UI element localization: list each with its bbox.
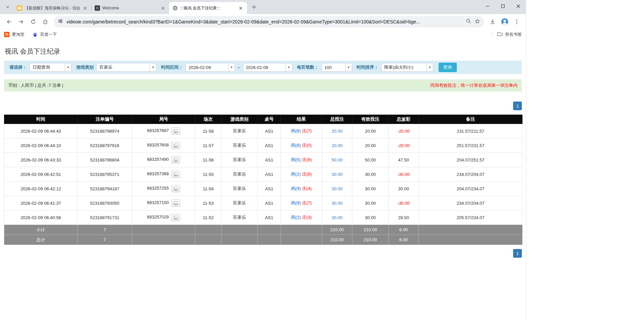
forward-button[interactable] [15,16,27,27]
cell-total-bet: 20.00 [322,124,352,138]
per-page-select[interactable]: 100 ▼ [321,63,352,72]
download-icon[interactable] [487,16,498,27]
tab-close-icon[interactable] [82,5,88,11]
roadmap-button[interactable] [171,185,180,192]
subtotal-count: 7 [78,225,132,235]
table-body: 2026-02-09 06:44:43 523188798974 6832576… [4,124,523,225]
tab-close-icon[interactable] [160,5,166,11]
bookmark-label: 百度一下 [40,32,57,38]
sort-select[interactable]: 降幂(由大到小) ▼ [381,63,433,72]
tab-close-icon[interactable] [238,5,244,11]
cell-bet-id: 523188793050 [78,196,132,210]
cell-time: 2026-02-09 06:42:51 [4,167,78,182]
page-button-1[interactable]: 1 [513,102,522,110]
cell-result: 闲(8)庄(0) [281,138,322,153]
chevron-down-icon[interactable]: ▼ [345,63,352,71]
result-player: 闲(2) [291,215,301,220]
cell-session: 11-55 [195,167,221,182]
navigation-bar: videoie.com/game/betrecord_search/kind3?… [0,14,526,29]
url-bar[interactable]: videoie.com/game/betrecord_search/kind3?… [54,16,484,27]
cell-table: AS1 [258,210,281,225]
col-header-5: 桌号 [258,115,281,124]
home-button[interactable] [40,16,51,27]
round-number: 683257608 [147,142,169,147]
cell-game: 百家乐 [221,182,258,196]
roadmap-button[interactable] [171,142,180,149]
roadmap-button[interactable] [171,127,180,135]
url-text[interactable]: videoie.com/game/betrecord_search/kind3?… [66,19,462,24]
roadmap-button[interactable] [171,156,180,164]
new-tab-button[interactable] [250,3,258,11]
game-type-select[interactable]: 百家乐 ▼ [96,63,156,72]
close-button[interactable] [510,0,526,12]
subtotal-label: 小计 [4,225,78,235]
site-info-tune-icon[interactable] [58,18,63,25]
col-header-7: 总投注 [322,115,352,124]
cell-bet-id: 523188791731 [78,210,132,225]
cell-time: 2026-02-09 06:43:33 [4,153,78,167]
zoom-magnifier-icon[interactable] [466,18,471,25]
total-bet-link[interactable]: 30.00 [332,215,343,220]
tab-welcome[interactable]: Welcome [91,2,169,14]
bookmarks-bar: 淘 爱淘宝 百度一下 所有书签 [0,29,526,40]
round-number: 683257490 [147,157,169,162]
cell-table: AS1 [258,153,281,167]
roadmap-button[interactable] [171,171,180,178]
total-valid-bet: 210.00 [352,235,389,245]
chevron-down-icon[interactable]: ▼ [228,63,235,71]
tab-forum[interactable]: 【新提醒】海燕策略论坛 - 综合... [13,2,91,14]
bookmark-aitaobao[interactable]: 淘 爱淘宝 [4,32,24,38]
total-bet-link[interactable]: 20.00 [332,129,343,134]
chevron-down-icon[interactable]: ▼ [427,63,433,71]
all-bookmarks-button[interactable]: 所有书签 [497,31,522,38]
roadmap-button[interactable] [171,214,180,221]
total-bet-link[interactable]: 30.00 [332,201,343,206]
tab-title: :::视讯 会员下注纪录::: [180,5,236,11]
chevron-down-icon[interactable]: ▼ [150,63,156,71]
subtotal-total-bet: 210.00 [322,225,352,235]
tab-search-chevron-icon[interactable] [3,3,12,11]
cell-round: 683257368 [132,167,195,182]
chevron-down-icon[interactable]: ▼ [286,63,292,71]
window-controls [480,0,526,12]
page-button-1[interactable]: 1 [513,249,522,258]
total-bet-link[interactable]: 50.00 [332,157,343,163]
cell-round: 683257150 [132,196,195,210]
cell-valid-bet: 30.00 [352,182,389,196]
table-row: 2026-02-09 06:40:56 523188791731 6832570… [4,210,523,225]
cell-round: 683257490 [132,153,195,167]
tab-bet-records[interactable]: :::视讯 会员下注纪录::: [169,2,247,14]
cell-total-bet: 50.00 [322,153,352,167]
roadmap-button[interactable] [171,199,180,207]
table-row: 2026-02-09 06:44:10 523188797916 6832576… [4,138,523,153]
date-start-select[interactable]: 2026-02-09 ▼ [186,63,235,72]
menu-three-dots-icon[interactable] [511,16,523,27]
sort-label: 时间排序： [357,64,379,70]
bookmark-baidu[interactable]: 百度一下 [33,32,57,38]
total-bet-link[interactable]: 20.00 [332,143,343,148]
total-bet-link[interactable]: 30.00 [332,172,343,177]
select-type-label: 请选择： [9,64,27,70]
per-page-label: 每页笔数： [297,64,319,70]
query-type-select[interactable]: 日期查询 ▼ [30,63,71,72]
profile-avatar[interactable] [499,16,510,27]
date-end-select[interactable]: 2026-02-09 ▼ [243,63,292,72]
cell-total-bet: 30.00 [322,182,352,196]
reload-button[interactable] [28,16,39,27]
all-bookmarks-label: 所有书签 [505,32,522,38]
cell-session: 11-57 [195,138,221,153]
bookmark-star-icon[interactable] [475,18,480,25]
chevron-down-icon[interactable]: ▼ [65,63,71,71]
total-bet-link[interactable]: 30.00 [332,186,343,191]
folder-icon [497,31,503,38]
page-title: 视讯 会员下注纪录 [5,47,522,56]
minimize-button[interactable] [480,0,495,12]
back-button[interactable] [3,16,15,27]
cell-round: 683257687 [132,124,195,138]
search-button[interactable]: 查询 [439,63,457,72]
maximize-button[interactable] [495,0,510,12]
cell-bet-id: 523188798974 [78,124,132,138]
total-count: 7 [78,235,132,245]
bookmarks-divider [492,32,492,37]
table-row: 2026-02-09 06:41:37 523188793050 6832571… [4,196,523,210]
